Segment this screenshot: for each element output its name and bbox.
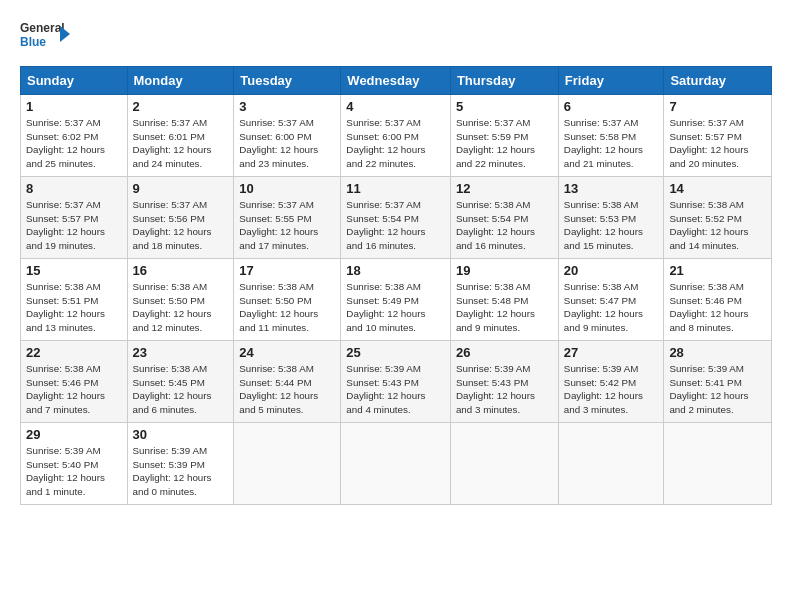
day-number: 7 xyxy=(669,99,766,114)
calendar-header-friday: Friday xyxy=(558,67,664,95)
day-info: Sunrise: 5:38 AM Sunset: 5:54 PM Dayligh… xyxy=(456,198,553,253)
day-number: 15 xyxy=(26,263,122,278)
calendar-week-row: 15Sunrise: 5:38 AM Sunset: 5:51 PM Dayli… xyxy=(21,259,772,341)
svg-marker-2 xyxy=(60,26,70,42)
calendar-cell xyxy=(558,423,664,505)
day-number: 4 xyxy=(346,99,445,114)
calendar-cell: 24Sunrise: 5:38 AM Sunset: 5:44 PM Dayli… xyxy=(234,341,341,423)
day-number: 18 xyxy=(346,263,445,278)
day-number: 12 xyxy=(456,181,553,196)
calendar-cell: 9Sunrise: 5:37 AM Sunset: 5:56 PM Daylig… xyxy=(127,177,234,259)
day-number: 24 xyxy=(239,345,335,360)
day-info: Sunrise: 5:37 AM Sunset: 6:00 PM Dayligh… xyxy=(239,116,335,171)
calendar-cell: 27Sunrise: 5:39 AM Sunset: 5:42 PM Dayli… xyxy=(558,341,664,423)
day-info: Sunrise: 5:39 AM Sunset: 5:41 PM Dayligh… xyxy=(669,362,766,417)
calendar-cell: 3Sunrise: 5:37 AM Sunset: 6:00 PM Daylig… xyxy=(234,95,341,177)
day-info: Sunrise: 5:38 AM Sunset: 5:53 PM Dayligh… xyxy=(564,198,659,253)
day-number: 30 xyxy=(133,427,229,442)
calendar-cell: 21Sunrise: 5:38 AM Sunset: 5:46 PM Dayli… xyxy=(664,259,772,341)
day-number: 1 xyxy=(26,99,122,114)
calendar-header-thursday: Thursday xyxy=(450,67,558,95)
day-number: 19 xyxy=(456,263,553,278)
calendar-cell: 16Sunrise: 5:38 AM Sunset: 5:50 PM Dayli… xyxy=(127,259,234,341)
day-info: Sunrise: 5:38 AM Sunset: 5:47 PM Dayligh… xyxy=(564,280,659,335)
calendar-cell: 10Sunrise: 5:37 AM Sunset: 5:55 PM Dayli… xyxy=(234,177,341,259)
day-info: Sunrise: 5:37 AM Sunset: 6:02 PM Dayligh… xyxy=(26,116,122,171)
calendar-cell: 7Sunrise: 5:37 AM Sunset: 5:57 PM Daylig… xyxy=(664,95,772,177)
day-number: 2 xyxy=(133,99,229,114)
svg-text:General: General xyxy=(20,21,65,35)
day-info: Sunrise: 5:37 AM Sunset: 6:00 PM Dayligh… xyxy=(346,116,445,171)
day-info: Sunrise: 5:37 AM Sunset: 5:56 PM Dayligh… xyxy=(133,198,229,253)
calendar-cell: 23Sunrise: 5:38 AM Sunset: 5:45 PM Dayli… xyxy=(127,341,234,423)
calendar-week-row: 22Sunrise: 5:38 AM Sunset: 5:46 PM Dayli… xyxy=(21,341,772,423)
calendar-cell: 18Sunrise: 5:38 AM Sunset: 5:49 PM Dayli… xyxy=(341,259,451,341)
calendar-cell: 22Sunrise: 5:38 AM Sunset: 5:46 PM Dayli… xyxy=(21,341,128,423)
calendar-cell: 13Sunrise: 5:38 AM Sunset: 5:53 PM Dayli… xyxy=(558,177,664,259)
calendar-header-sunday: Sunday xyxy=(21,67,128,95)
day-number: 11 xyxy=(346,181,445,196)
day-info: Sunrise: 5:37 AM Sunset: 5:55 PM Dayligh… xyxy=(239,198,335,253)
day-number: 28 xyxy=(669,345,766,360)
calendar-header-wednesday: Wednesday xyxy=(341,67,451,95)
day-number: 26 xyxy=(456,345,553,360)
day-number: 27 xyxy=(564,345,659,360)
day-info: Sunrise: 5:38 AM Sunset: 5:48 PM Dayligh… xyxy=(456,280,553,335)
calendar-cell: 1Sunrise: 5:37 AM Sunset: 6:02 PM Daylig… xyxy=(21,95,128,177)
calendar-cell: 29Sunrise: 5:39 AM Sunset: 5:40 PM Dayli… xyxy=(21,423,128,505)
calendar-cell xyxy=(450,423,558,505)
calendar-cell: 30Sunrise: 5:39 AM Sunset: 5:39 PM Dayli… xyxy=(127,423,234,505)
day-number: 16 xyxy=(133,263,229,278)
day-number: 25 xyxy=(346,345,445,360)
day-info: Sunrise: 5:38 AM Sunset: 5:52 PM Dayligh… xyxy=(669,198,766,253)
logo-svg: General Blue xyxy=(20,16,70,58)
day-info: Sunrise: 5:38 AM Sunset: 5:50 PM Dayligh… xyxy=(133,280,229,335)
day-number: 14 xyxy=(669,181,766,196)
calendar-cell: 26Sunrise: 5:39 AM Sunset: 5:43 PM Dayli… xyxy=(450,341,558,423)
calendar-cell: 25Sunrise: 5:39 AM Sunset: 5:43 PM Dayli… xyxy=(341,341,451,423)
day-number: 21 xyxy=(669,263,766,278)
day-info: Sunrise: 5:37 AM Sunset: 5:59 PM Dayligh… xyxy=(456,116,553,171)
day-number: 13 xyxy=(564,181,659,196)
day-number: 3 xyxy=(239,99,335,114)
calendar-cell: 28Sunrise: 5:39 AM Sunset: 5:41 PM Dayli… xyxy=(664,341,772,423)
day-info: Sunrise: 5:38 AM Sunset: 5:45 PM Dayligh… xyxy=(133,362,229,417)
day-number: 20 xyxy=(564,263,659,278)
calendar-header-saturday: Saturday xyxy=(664,67,772,95)
day-number: 5 xyxy=(456,99,553,114)
day-number: 9 xyxy=(133,181,229,196)
calendar-cell: 4Sunrise: 5:37 AM Sunset: 6:00 PM Daylig… xyxy=(341,95,451,177)
logo: General Blue xyxy=(20,16,70,58)
calendar-week-row: 29Sunrise: 5:39 AM Sunset: 5:40 PM Dayli… xyxy=(21,423,772,505)
calendar-cell: 2Sunrise: 5:37 AM Sunset: 6:01 PM Daylig… xyxy=(127,95,234,177)
day-info: Sunrise: 5:38 AM Sunset: 5:44 PM Dayligh… xyxy=(239,362,335,417)
calendar-cell: 17Sunrise: 5:38 AM Sunset: 5:50 PM Dayli… xyxy=(234,259,341,341)
page: General Blue SundayMondayTuesdayWednesda… xyxy=(0,0,792,521)
day-info: Sunrise: 5:38 AM Sunset: 5:50 PM Dayligh… xyxy=(239,280,335,335)
svg-text:Blue: Blue xyxy=(20,35,46,49)
calendar-cell: 12Sunrise: 5:38 AM Sunset: 5:54 PM Dayli… xyxy=(450,177,558,259)
day-info: Sunrise: 5:39 AM Sunset: 5:43 PM Dayligh… xyxy=(456,362,553,417)
day-info: Sunrise: 5:37 AM Sunset: 5:54 PM Dayligh… xyxy=(346,198,445,253)
day-info: Sunrise: 5:37 AM Sunset: 5:57 PM Dayligh… xyxy=(26,198,122,253)
day-info: Sunrise: 5:39 AM Sunset: 5:42 PM Dayligh… xyxy=(564,362,659,417)
calendar: SundayMondayTuesdayWednesdayThursdayFrid… xyxy=(20,66,772,505)
calendar-cell: 11Sunrise: 5:37 AM Sunset: 5:54 PM Dayli… xyxy=(341,177,451,259)
calendar-cell: 15Sunrise: 5:38 AM Sunset: 5:51 PM Dayli… xyxy=(21,259,128,341)
day-number: 23 xyxy=(133,345,229,360)
day-number: 29 xyxy=(26,427,122,442)
calendar-cell xyxy=(234,423,341,505)
day-info: Sunrise: 5:38 AM Sunset: 5:49 PM Dayligh… xyxy=(346,280,445,335)
day-info: Sunrise: 5:39 AM Sunset: 5:43 PM Dayligh… xyxy=(346,362,445,417)
calendar-cell: 20Sunrise: 5:38 AM Sunset: 5:47 PM Dayli… xyxy=(558,259,664,341)
day-info: Sunrise: 5:39 AM Sunset: 5:40 PM Dayligh… xyxy=(26,444,122,499)
day-info: Sunrise: 5:39 AM Sunset: 5:39 PM Dayligh… xyxy=(133,444,229,499)
day-info: Sunrise: 5:37 AM Sunset: 5:58 PM Dayligh… xyxy=(564,116,659,171)
calendar-cell xyxy=(341,423,451,505)
calendar-cell: 6Sunrise: 5:37 AM Sunset: 5:58 PM Daylig… xyxy=(558,95,664,177)
day-number: 22 xyxy=(26,345,122,360)
calendar-cell: 8Sunrise: 5:37 AM Sunset: 5:57 PM Daylig… xyxy=(21,177,128,259)
day-number: 6 xyxy=(564,99,659,114)
calendar-header-tuesday: Tuesday xyxy=(234,67,341,95)
day-number: 10 xyxy=(239,181,335,196)
